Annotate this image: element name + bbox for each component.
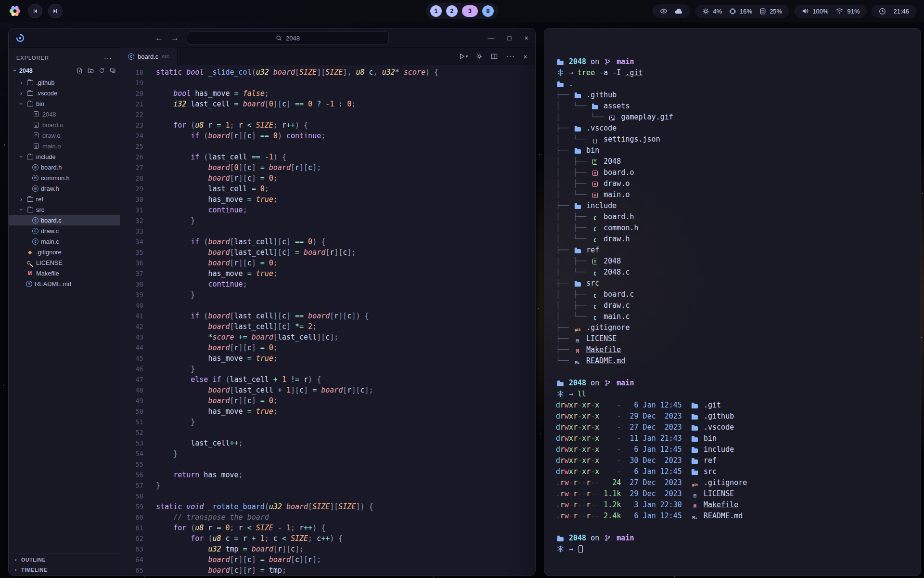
terminal-text: on: [590, 57, 603, 66]
c-source-file-icon: C: [32, 238, 38, 245]
collapse-folders-button[interactable]: [110, 67, 116, 74]
workspace-1[interactable]: 1: [430, 5, 442, 17]
code-line: 47 else if (last_cell + 1 != r) {: [120, 374, 535, 385]
terminal-text: common.h: [599, 223, 638, 232]
chevron-icon[interactable]: ›: [19, 79, 24, 86]
code-line: 56 return has_move;: [120, 470, 535, 480]
run-button[interactable]: ▾: [459, 53, 468, 60]
explorer-item-2048[interactable]: 2048: [9, 109, 120, 119]
nav-back-button[interactable]: ←: [155, 33, 163, 43]
git-branch-icon: [603, 380, 612, 386]
code-area[interactable]: 18static bool _slide_col(u32 board[SIZE]…: [120, 65, 535, 576]
terminal-text: on: [590, 534, 603, 542]
explorer-item-.vscode[interactable]: ›.vscode: [9, 88, 120, 98]
folder-icon: [691, 447, 699, 453]
explorer-item-bin[interactable]: ›bin: [9, 98, 120, 109]
explorer-item-common.h[interactable]: Hcommon.h: [9, 172, 120, 183]
explorer-item-board.c[interactable]: Cboard.c: [9, 215, 120, 225]
code-line: 62 for (u8 c = r + 1; c < SIZE; c++) {: [120, 533, 535, 544]
file-link[interactable]: README.md: [704, 512, 743, 520]
terminal-line: │ └── {} settings.json: [556, 134, 921, 145]
item-label: main.o: [42, 143, 61, 150]
tab-board-c[interactable]: C board.c src: [120, 48, 178, 65]
chevron-icon[interactable]: ›: [19, 196, 24, 203]
close-editor-button[interactable]: ×: [523, 53, 527, 61]
terminal-text: LICENSE: [699, 489, 734, 498]
folder-icon: [573, 248, 582, 254]
chevron-icon[interactable]: ›: [19, 90, 24, 97]
explorer-item-ref[interactable]: ›ref: [9, 194, 120, 204]
command-center-search[interactable]: 2048: [187, 31, 389, 44]
skip-back-icon: [32, 8, 38, 14]
workspace-2[interactable]: 2: [446, 5, 458, 17]
permission-bits: .rw-r--r--: [556, 478, 599, 487]
idle-weather-module[interactable]: [653, 4, 690, 18]
chevron-right-icon: ›: [13, 566, 18, 573]
vscode-titlebar[interactable]: ← → 2048 — □ ×: [9, 28, 535, 48]
maximize-button[interactable]: □: [507, 34, 511, 42]
terminal-text: on: [590, 379, 603, 387]
settings-button[interactable]: [476, 53, 483, 60]
explorer-item-.gitignore[interactable]: ◆.gitignore: [9, 247, 120, 257]
terminal-text: 2048: [565, 379, 590, 387]
refresh-explorer-button[interactable]: [99, 67, 105, 74]
explorer-item-board.h[interactable]: Hboard.h: [9, 162, 120, 172]
nav-forward-button[interactable]: →: [171, 33, 179, 43]
explorer-item-main.c[interactable]: Cmain.c: [9, 236, 120, 247]
file-link[interactable]: Makefile: [704, 500, 738, 509]
file-link[interactable]: .git: [625, 68, 642, 77]
explorer-item-draw.o[interactable]: draw.o: [9, 130, 120, 141]
app-launcher-button[interactable]: [8, 4, 22, 18]
explorer-item-board.o[interactable]: board.o: [9, 119, 120, 130]
terminal-text: 2048: [565, 57, 590, 66]
clock-module[interactable]: 21:46: [872, 5, 916, 18]
chevron-icon[interactable]: ›: [18, 101, 25, 106]
makefile-icon: M: [26, 271, 34, 276]
outline-panel-header[interactable]: ›OUTLINE: [9, 554, 120, 565]
explorer-item-draw.c[interactable]: Cdraw.c: [9, 225, 120, 236]
memory-usage: 16%: [740, 8, 752, 15]
explorer-item-include[interactable]: ›include: [9, 151, 120, 162]
explorer-item-Makefile[interactable]: MMakefile: [9, 268, 120, 278]
terminal-window[interactable]: 2048 on main → tree -a -I .git .├── .git…: [544, 28, 921, 576]
terminal-text: [582, 356, 586, 365]
explorer-item-main.o[interactable]: main.o: [9, 141, 120, 151]
more-actions-button[interactable]: ···: [506, 52, 515, 61]
chevron-icon[interactable]: ›: [18, 207, 25, 212]
workspace-3[interactable]: 3: [462, 5, 478, 17]
media-prev-button[interactable]: [28, 4, 42, 18]
permission-bits: drwxr-xr-x: [556, 401, 599, 409]
memory-icon: [729, 8, 736, 15]
split-editor-button[interactable]: [491, 53, 498, 60]
explorer-item-src[interactable]: ›src: [9, 204, 120, 215]
terminal-text: board.c: [599, 290, 634, 299]
explorer-item-.github[interactable]: ›.github: [9, 77, 120, 88]
explorer-more-actions[interactable]: ···: [104, 54, 112, 62]
new-file-button[interactable]: [77, 67, 83, 74]
nix-snowflake-icon: [556, 390, 565, 397]
audio-network-module[interactable]: 100% 91%: [794, 5, 867, 18]
file-link[interactable]: README.md: [586, 356, 625, 365]
terminal-text: 6 Jan 12:45: [621, 401, 681, 409]
explorer-item-draw.h[interactable]: Hdraw.h: [9, 183, 120, 194]
workspace-8[interactable]: 8: [482, 5, 494, 17]
terminal-text: ├──: [556, 246, 573, 254]
terminal-text: ref: [582, 246, 599, 254]
folder-open-icon: [26, 101, 34, 106]
media-next-button[interactable]: [48, 4, 63, 18]
line-number: 51: [120, 417, 143, 427]
timeline-panel-header[interactable]: ›TIMELINE: [9, 565, 120, 575]
explorer-item-README.md[interactable]: iREADME.md: [9, 278, 120, 289]
chevron-icon[interactable]: ›: [18, 154, 25, 159]
terminal-line: │ ├── C board.c: [556, 289, 921, 300]
terminal-text: ├──: [556, 345, 573, 354]
close-button[interactable]: ×: [525, 34, 528, 42]
code-line: 49 board[r][c] = 0;: [120, 395, 535, 406]
explorer-root-folder[interactable]: › 2048: [9, 65, 120, 76]
code-line: 36 board[r][c] = 0;: [120, 258, 535, 268]
file-link[interactable]: Makefile: [586, 345, 621, 354]
new-folder-button[interactable]: [88, 67, 94, 74]
minimize-button[interactable]: —: [488, 34, 494, 42]
line-number: 50: [120, 406, 143, 417]
explorer-item-LICENSE[interactable]: LICENSE: [9, 257, 120, 268]
